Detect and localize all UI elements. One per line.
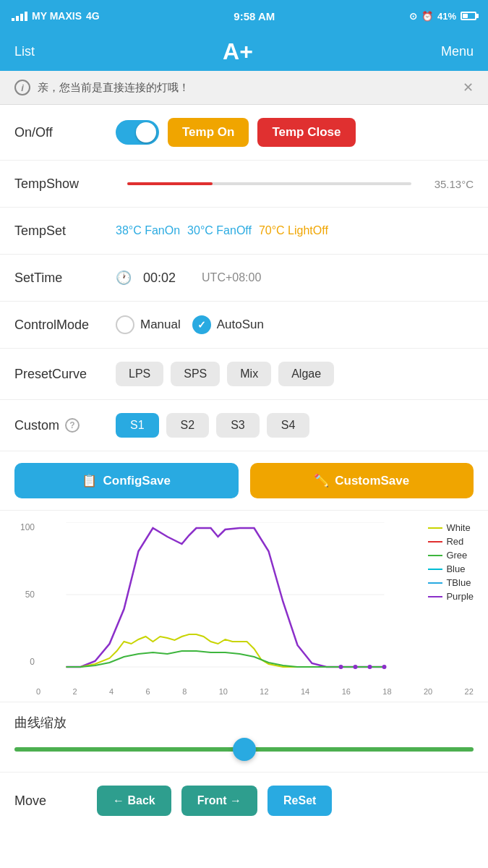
info-banner: i 亲，您当前是直接连接的灯哦！ ✕ bbox=[0, 71, 488, 105]
y-label-0: 0 bbox=[14, 657, 35, 667]
tempshow-value: 35.13°C bbox=[423, 178, 474, 190]
status-right: ⊙ ⏰ 41% bbox=[409, 11, 476, 22]
custom-s4-button[interactable]: S4 bbox=[267, 413, 310, 438]
clock-icon: 🕐 bbox=[116, 270, 132, 286]
white-line bbox=[67, 634, 385, 667]
svg-point-5 bbox=[368, 665, 372, 669]
close-banner-button[interactable]: ✕ bbox=[463, 80, 474, 95]
zoom-slider[interactable] bbox=[14, 739, 474, 760]
manual-radio-circle bbox=[116, 315, 134, 334]
config-save-button[interactable]: 📋 ConfigSave bbox=[14, 463, 239, 498]
tempshow-slider[interactable] bbox=[127, 182, 411, 185]
onoff-toggle[interactable] bbox=[116, 120, 159, 145]
signal-icon bbox=[12, 12, 27, 21]
help-icon[interactable]: ? bbox=[65, 418, 80, 433]
custom-s2-button[interactable]: S2 bbox=[166, 413, 210, 438]
carrier-label: MY MAXIS bbox=[32, 10, 82, 22]
battery-label: 41% bbox=[437, 11, 456, 22]
onoff-label: On/Off bbox=[14, 125, 116, 140]
preset-lps-button[interactable]: LPS bbox=[116, 362, 163, 386]
chart-x-labels: 0 2 4 6 8 10 12 14 16 18 20 22 bbox=[14, 687, 474, 696]
chart-container: 100 50 0 bbox=[0, 511, 488, 702]
config-save-label: ConfigSave bbox=[103, 474, 171, 488]
menu-button[interactable]: Menu bbox=[441, 44, 474, 59]
zoom-label: 曲线缩放 bbox=[14, 714, 474, 731]
svg-point-4 bbox=[354, 665, 358, 669]
move-row: Move ← Back Front → ReSet bbox=[0, 773, 488, 829]
manual-radio-label: Manual bbox=[140, 318, 181, 332]
tempset-fanon: 38°C FanOn bbox=[116, 224, 180, 237]
tempset-row: TempSet 38°C FanOn 30°C FanOff 70°C Ligh… bbox=[0, 208, 488, 255]
temp-close-button[interactable]: Temp Close bbox=[257, 118, 355, 147]
onoff-row: On/Off Temp On Temp Close bbox=[0, 105, 488, 161]
svg-point-6 bbox=[382, 665, 387, 669]
action-row: 📋 ConfigSave ✏️ CustomSave bbox=[0, 451, 488, 511]
preset-algae-button[interactable]: Algae bbox=[278, 362, 334, 386]
front-button[interactable]: Front → bbox=[181, 786, 257, 816]
custom-label: Custom bbox=[14, 418, 59, 433]
legend-blue: Blue bbox=[428, 563, 474, 574]
status-time: 9:58 AM bbox=[234, 10, 275, 22]
zoom-row: 曲线缩放 bbox=[0, 702, 488, 773]
custom-save-icon: ✏️ bbox=[314, 473, 329, 488]
preset-mix-button[interactable]: Mix bbox=[227, 362, 271, 386]
legend-tblue: TBlue bbox=[428, 577, 474, 588]
legend-gree: Gree bbox=[428, 550, 474, 561]
presetcurve-label: PresetCurve bbox=[14, 367, 116, 382]
battery-icon bbox=[461, 12, 476, 20]
autosun-radio-circle: ✓ bbox=[192, 315, 211, 334]
status-bar: MY MAXIS 4G 9:58 AM ⊙ ⏰ 41% bbox=[0, 0, 488, 32]
tempset-label: TempSet bbox=[14, 224, 116, 239]
controlmode-label: ControlMode bbox=[14, 318, 116, 333]
manual-radio[interactable]: Manual bbox=[116, 315, 181, 334]
tempshow-label: TempShow bbox=[14, 176, 116, 192]
settime-label: SetTime bbox=[14, 271, 116, 286]
custom-save-label: CustomSave bbox=[335, 474, 409, 488]
alarm-icon: ⊙ bbox=[409, 11, 417, 22]
preset-sps-button[interactable]: SPS bbox=[171, 362, 220, 386]
chart-svg bbox=[35, 522, 474, 681]
network-label: 4G bbox=[86, 10, 100, 22]
chart-y-axis: 100 50 0 bbox=[14, 522, 35, 684]
list-button[interactable]: List bbox=[14, 44, 35, 59]
chart-legend: White Red Gree Blue TBlue bbox=[428, 522, 474, 602]
nav-bar: List A+ Menu bbox=[0, 32, 488, 71]
autosun-radio[interactable]: ✓ AutoSun bbox=[192, 315, 264, 334]
nav-title: A+ bbox=[223, 38, 253, 65]
custom-save-button[interactable]: ✏️ CustomSave bbox=[250, 463, 474, 498]
timezone-value: UTC+08:00 bbox=[202, 271, 261, 284]
temp-on-button[interactable]: Temp On bbox=[168, 118, 249, 147]
status-left: MY MAXIS 4G bbox=[12, 10, 100, 22]
y-label-100: 100 bbox=[14, 522, 35, 532]
legend-red: Red bbox=[428, 536, 474, 547]
legend-white: White bbox=[428, 522, 474, 533]
presetcurve-row: PresetCurve LPS SPS Mix Algae bbox=[0, 349, 488, 400]
preset-buttons: LPS SPS Mix Algae bbox=[116, 362, 334, 386]
controlmode-row: ControlMode Manual ✓ AutoSun bbox=[0, 302, 488, 349]
custom-s1-button[interactable]: S1 bbox=[116, 413, 159, 438]
tempshow-row: TempShow 35.13°C bbox=[0, 161, 488, 208]
purple-line bbox=[67, 528, 385, 667]
back-button[interactable]: ← Back bbox=[97, 786, 171, 816]
legend-purple: Purple bbox=[428, 591, 474, 602]
custom-s3-button[interactable]: S3 bbox=[216, 413, 260, 438]
custom-buttons: S1 S2 S3 S4 bbox=[116, 413, 309, 438]
move-label: Move bbox=[14, 793, 87, 809]
time-value: 00:02 bbox=[143, 271, 176, 286]
info-icon: i bbox=[14, 80, 30, 95]
clock-status-icon: ⏰ bbox=[421, 11, 433, 22]
autosun-radio-label: AutoSun bbox=[217, 318, 264, 332]
info-text: 亲，您当前是直接连接的灯哦！ bbox=[38, 81, 189, 95]
settime-row: SetTime 🕐 00:02 UTC+08:00 bbox=[0, 255, 488, 302]
custom-row: Custom ? S1 S2 S3 S4 bbox=[0, 400, 488, 451]
config-save-icon: 📋 bbox=[82, 473, 97, 488]
svg-point-3 bbox=[339, 665, 343, 669]
tempset-lightoff: 70°C LightOff bbox=[259, 224, 328, 237]
y-label-50: 50 bbox=[14, 590, 35, 600]
reset-button[interactable]: ReSet bbox=[267, 786, 332, 816]
tempset-fanoff: 30°C FanOff bbox=[187, 224, 252, 237]
chart-inner: White Red Gree Blue TBlue bbox=[35, 522, 474, 684]
